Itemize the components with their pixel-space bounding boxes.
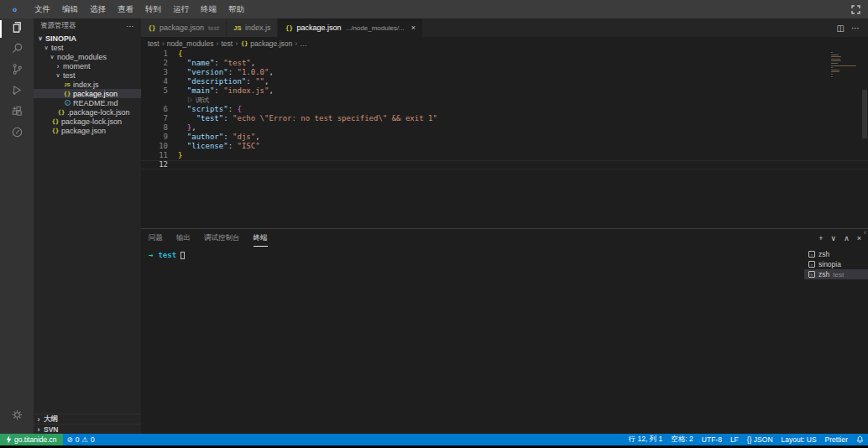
- tree-item-moment[interactable]: ›moment: [34, 61, 141, 70]
- chevron-right-icon: ›: [35, 416, 42, 423]
- menu-help[interactable]: 帮助: [222, 4, 250, 15]
- explorer-sidebar: 资源管理器 ⋯ ∨SINOPIA∨test∨node_modules›momen…: [34, 18, 141, 434]
- menu-terminal[interactable]: 终端: [195, 4, 222, 15]
- tab-package-json-node-modules[interactable]: {}package.json.../node_modules/...×: [278, 18, 422, 37]
- new-terminal-icon[interactable]: +: [818, 234, 823, 242]
- code-line-codelens[interactable]: ▷ 调试: [141, 96, 868, 105]
- menu-run[interactable]: 运行: [167, 4, 195, 15]
- tree-item-index-js[interactable]: JSindex.js: [34, 80, 141, 89]
- menu-go[interactable]: 转到: [139, 4, 167, 15]
- scrollbar-slider[interactable]: [862, 90, 867, 138]
- more-actions-icon[interactable]: ⋯: [851, 23, 860, 33]
- code-line-1[interactable]: 1{: [141, 49, 868, 59]
- maximize-panel-icon[interactable]: ∧: [844, 234, 850, 242]
- status-encoding[interactable]: UTF-8: [698, 435, 726, 445]
- terminal-cursor: [180, 252, 185, 259]
- sidebar-item-run-debug[interactable]: [0, 81, 34, 102]
- status-prettier[interactable]: Prettier: [821, 435, 852, 445]
- readme-info-icon: i: [63, 100, 71, 107]
- fullscreen-icon[interactable]: [843, 5, 868, 14]
- code-line-8[interactable]: 8 },: [141, 123, 868, 133]
- breadcrumb-item[interactable]: node_modules: [167, 39, 214, 48]
- tab-bar: {}package.jsontestJSindex.js{}package.js…: [141, 18, 868, 37]
- sidebar-section-outline[interactable]: ›大纲: [34, 414, 141, 424]
- code-line-6[interactable]: 6 "scripts": {: [141, 105, 868, 114]
- line-number: 10: [141, 142, 178, 151]
- search-icon: [11, 42, 24, 58]
- status-bar: go.titanide.cn ⊘ 0 ⚠ 0 行 12, 列 1空格: 2UTF…: [0, 434, 868, 445]
- split-editor-icon[interactable]: ◫: [837, 23, 844, 33]
- terminal-list-item-zsh-test[interactable]: ›zshtest: [804, 269, 868, 279]
- menu-view[interactable]: 查看: [112, 4, 139, 15]
- tree-item-sinopia[interactable]: ∨SINOPIA: [34, 34, 141, 43]
- code-token: "version": [187, 68, 228, 76]
- chevron-down-icon: ∨: [55, 72, 61, 79]
- sidebar-item-live-run[interactable]: [0, 123, 34, 144]
- chevron-left-icon[interactable]: ‹: [864, 228, 866, 237]
- panel-tab-output[interactable]: 输出: [176, 230, 191, 247]
- breadcrumb-item[interactable]: …: [300, 39, 307, 48]
- sidebar-item-search[interactable]: [0, 39, 34, 60]
- status-line-col[interactable]: 行 12, 列 1: [625, 435, 667, 445]
- status-eol[interactable]: LF: [726, 435, 743, 445]
- explorer-more-actions-icon[interactable]: ⋯: [127, 22, 135, 30]
- code-line-9[interactable]: 9 "author": "djs",: [141, 133, 868, 142]
- tree-item-package-json[interactable]: {}package.json: [34, 126, 141, 135]
- menu-file[interactable]: 文件: [29, 4, 56, 15]
- app-logo-icon: ‹›: [0, 5, 29, 14]
- code-line-3[interactable]: 3 "version": "1.0.0",: [141, 68, 868, 77]
- warning-icon: ⚠: [81, 435, 88, 444]
- code-editor[interactable]: 1{2 "name": "test",3 "version": "1.0.0",…: [141, 49, 868, 228]
- status-language[interactable]: {} JSON: [743, 435, 777, 445]
- code-line-2[interactable]: 2 "name": "test",: [141, 59, 868, 68]
- terminal-view[interactable]: →test: [141, 247, 804, 434]
- close-icon[interactable]: ×: [411, 23, 416, 32]
- terminal-dropdown-icon[interactable]: ∨: [831, 234, 837, 242]
- status-indent[interactable]: 空格: 2: [667, 435, 697, 445]
- minimap[interactable]: [831, 52, 860, 78]
- panel-tab-problems[interactable]: 问题: [149, 230, 163, 247]
- breadcrumb-item[interactable]: {}package.json: [240, 39, 292, 48]
- remote-indicator[interactable]: go.titanide.cn: [0, 434, 63, 445]
- notifications-button[interactable]: [852, 435, 868, 444]
- manage-button[interactable]: [0, 406, 34, 427]
- sidebar-item-source-control[interactable]: [0, 60, 34, 81]
- code-line-10[interactable]: 10 "license": "ISC": [141, 142, 868, 151]
- code-line-11[interactable]: 11}: [141, 151, 868, 160]
- bottom-panel: ‹ 问题输出调试控制台终端 +∨∧× →test ›zsh›sinopia›zs…: [141, 228, 868, 434]
- menu-selection[interactable]: 选择: [84, 4, 112, 15]
- panel-tab-debug-console[interactable]: 调试控制台: [204, 230, 240, 247]
- tree-item-readme-md[interactable]: iREADME.md: [34, 98, 141, 107]
- breadcrumb-item[interactable]: test: [221, 39, 233, 48]
- editor-scrollbar[interactable]: [861, 49, 868, 228]
- terminal-list-item-sinopia[interactable]: ›sinopia: [804, 259, 868, 269]
- code-line-5[interactable]: 5 "main": "index.js",: [141, 86, 868, 96]
- tree-item-package-json[interactable]: {}package.json: [34, 89, 141, 98]
- sidebar-section-svn[interactable]: ›SVN: [34, 424, 141, 434]
- close-panel-icon[interactable]: ×: [857, 234, 861, 242]
- sidebar-item-extensions[interactable]: [0, 102, 34, 123]
- panel-tab-terminal[interactable]: 终端: [254, 230, 268, 247]
- code-line-4[interactable]: 4 "description": "",: [141, 77, 868, 86]
- status-layout[interactable]: Layout: US: [777, 435, 821, 445]
- tab-index-js[interactable]: JSindex.js: [227, 18, 278, 37]
- section-label: 大纲: [44, 414, 58, 425]
- tab-package-json-test[interactable]: {}package.jsontest: [141, 18, 226, 37]
- sidebar-item-explorer[interactable]: [0, 18, 34, 39]
- minimap-line: [831, 55, 839, 55]
- tree-item-test[interactable]: ∨test: [34, 70, 141, 80]
- code-token: [178, 96, 187, 104]
- tree-item-node-modules[interactable]: ∨node_modules: [34, 52, 141, 61]
- warning-count: 0: [91, 435, 95, 444]
- tree-item-test[interactable]: ∨test: [34, 43, 141, 52]
- code-line-7[interactable]: 7 "test": "echo \"Error: no test specifi…: [141, 114, 868, 123]
- breadcrumb-item[interactable]: test: [148, 39, 159, 48]
- code-line-12[interactable]: 12: [141, 160, 868, 169]
- tree-item-package-lock-json[interactable]: {}package-lock.json: [34, 117, 141, 126]
- menu-edit[interactable]: 编辑: [56, 4, 84, 15]
- terminal-list-item-zsh[interactable]: ›zsh: [804, 249, 868, 259]
- line-content: "description": "",: [178, 77, 269, 86]
- tree-item--package-lock-json[interactable]: {}.package-lock.json: [34, 107, 141, 117]
- code-token: "ISC": [237, 142, 259, 150]
- problems-status[interactable]: ⊘ 0 ⚠ 0: [63, 435, 99, 444]
